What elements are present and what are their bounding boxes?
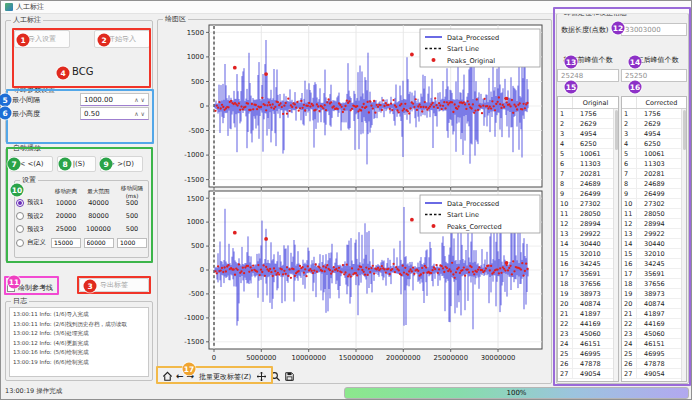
table-row[interactable]: 1329922 [558, 229, 618, 239]
table-row[interactable]: 1837656 [558, 279, 618, 289]
table-scrollbar[interactable] [681, 109, 686, 381]
table-row[interactable]: 1938973 [558, 289, 618, 299]
min-height-spinbox[interactable]: 0.50 ∧∨ [80, 107, 149, 120]
table-row[interactable]: 22629 [558, 119, 618, 129]
magnifier-icon[interactable] [270, 371, 281, 382]
peak-value: 41897 [573, 309, 618, 318]
min-interval-spinbox[interactable]: 1000.00 ∧∨ [80, 93, 149, 106]
custom-value-input[interactable] [84, 238, 114, 248]
custom-value-input[interactable] [117, 238, 147, 248]
annotation-badge-8: 8 [59, 158, 72, 171]
table-row[interactable]: 720281 [622, 169, 686, 179]
table-row[interactable]: 1532010 [622, 249, 686, 259]
row-index: 11 [622, 209, 637, 218]
table-row[interactable]: 824689 [558, 179, 618, 189]
table-row[interactable]: 2546995 [622, 349, 686, 359]
table-row[interactable]: 2647878 [558, 359, 618, 369]
table-row[interactable]: 1228994 [558, 219, 618, 229]
spin-down-icon[interactable]: ∨ [141, 97, 145, 103]
peak-value: 47878 [637, 359, 686, 368]
table-row[interactable]: 720281 [558, 169, 618, 179]
peak-value: 1756 [573, 109, 618, 118]
table-row[interactable]: 1634245 [622, 259, 686, 269]
table-row[interactable]: 1532010 [558, 249, 618, 259]
table-row[interactable]: 1228994 [622, 219, 686, 229]
table-row[interactable]: 926499 [622, 189, 686, 199]
preset-radio[interactable] [16, 225, 24, 233]
before-count-value: 25248 [561, 72, 615, 80]
table-row[interactable]: 34954 [558, 129, 618, 139]
table-row[interactable]: 611303 [558, 159, 618, 169]
table-row[interactable]: 1329922 [622, 229, 686, 239]
table-row[interactable]: 2446151 [558, 339, 618, 349]
home-icon[interactable] [162, 371, 173, 382]
table-row[interactable]: 2647878 [622, 359, 686, 369]
row-index: 17 [558, 269, 573, 278]
table-row[interactable]: 2345060 [622, 329, 686, 339]
app-icon [5, 3, 13, 11]
back-arrow-icon[interactable]: ← [176, 371, 184, 382]
table-row[interactable]: 1938973 [622, 289, 686, 299]
table-row[interactable]: 2749054 [558, 369, 618, 379]
spin-down-icon[interactable]: ∨ [141, 111, 145, 117]
table-row[interactable]: 2446151 [622, 339, 686, 349]
table-row[interactable]: 510061 [622, 149, 686, 159]
table-row[interactable]: 2244169 [558, 319, 618, 329]
table-row[interactable]: 824689 [622, 179, 686, 189]
save-icon[interactable] [284, 371, 295, 382]
preset-radio[interactable] [16, 199, 24, 207]
row-index: 3 [622, 129, 637, 138]
autoplay-title: 自动播放 [11, 144, 43, 153]
table-row[interactable]: 2749054 [622, 369, 686, 379]
min-height-label: 最小高度 [12, 110, 40, 119]
table-row[interactable]: 1837656 [622, 279, 686, 289]
preset-radio[interactable] [16, 239, 24, 247]
table-row[interactable]: 1027302 [558, 199, 618, 209]
table-row[interactable]: 510061 [558, 149, 618, 159]
table-row[interactable]: 1735691 [622, 269, 686, 279]
table-row[interactable]: 46250 [558, 139, 618, 149]
table-row[interactable]: 2546995 [558, 349, 618, 359]
table-row[interactable]: 2141897 [622, 309, 686, 319]
table-row[interactable]: 2040874 [622, 299, 686, 309]
batch-edit-labels-button[interactable]: 批量更改标签(Z) [199, 372, 251, 382]
table-header: Original [573, 97, 618, 108]
data-length-value: 33003000 [625, 26, 683, 34]
table-row[interactable]: 2244169 [622, 319, 686, 329]
svg-text:1000: 1000 [187, 53, 204, 61]
table-row[interactable]: 1128050 [558, 209, 618, 219]
table-row[interactable]: 11756 [558, 109, 618, 119]
corrected-peaks-table[interactable]: Corrected1175622629349544625051006161130… [621, 96, 687, 382]
original-peaks-table[interactable]: Original11756226293495446250510061611303… [557, 96, 619, 382]
table-scrollbar[interactable] [613, 109, 618, 381]
preset-label: 预设3 [27, 225, 44, 234]
table-row[interactable]: 2141897 [558, 309, 618, 319]
spin-up-icon[interactable]: ∧ [134, 111, 138, 117]
table-row[interactable]: 1430440 [558, 239, 618, 249]
row-index: 1 [622, 109, 637, 118]
spin-up-icon[interactable]: ∧ [134, 97, 138, 103]
row-index: 5 [558, 149, 573, 158]
table-row[interactable]: 1735691 [558, 269, 618, 279]
table-row[interactable]: 22629 [622, 119, 686, 129]
table-row[interactable]: 2040874 [558, 299, 618, 309]
table-row[interactable]: 611303 [622, 159, 686, 169]
table-row[interactable]: 11756 [622, 109, 686, 119]
pan-icon[interactable] [256, 371, 267, 382]
row-index: 12 [558, 219, 573, 228]
preset-radio[interactable] [16, 212, 24, 220]
table-row[interactable]: 34954 [622, 129, 686, 139]
table-row[interactable]: 926499 [558, 189, 618, 199]
signal-plots-canvas[interactable]: 150010005000-500-1000-1500Data_Processed… [158, 21, 550, 365]
table-row[interactable]: 46250 [622, 139, 686, 149]
log-output[interactable]: 13:00:11 Info: (1/6)导入完成13:00:11 Info: (… [9, 307, 149, 377]
table-row[interactable]: 1027302 [622, 199, 686, 209]
svg-text:Data_Processed: Data_Processed [447, 200, 499, 208]
table-row[interactable]: 1634245 [558, 259, 618, 269]
table-row[interactable]: 2345060 [558, 329, 618, 339]
custom-value-input[interactable] [51, 238, 81, 248]
table-row[interactable]: 1128050 [622, 209, 686, 219]
row-index: 23 [622, 329, 637, 338]
peak-value: 32010 [637, 249, 686, 258]
table-row[interactable]: 1430440 [622, 239, 686, 249]
